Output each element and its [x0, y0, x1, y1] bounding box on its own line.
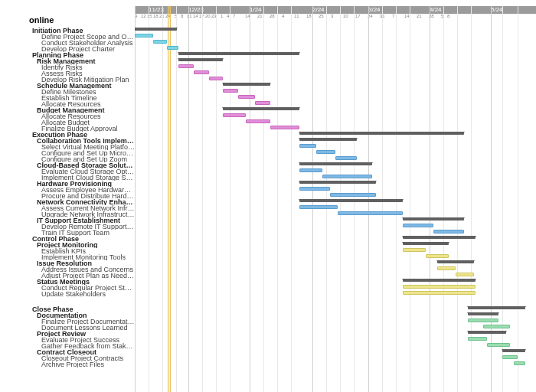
gantt-chart-area[interactable]: 11/2312/231/242/243/244/245/24 912151821… [135, 0, 536, 392]
task-row[interactable]: Identify Risks [41, 64, 135, 70]
task-bar[interactable] [322, 175, 372, 178]
task-row[interactable]: Develop Risk Mitigation Plan [41, 77, 135, 83]
task-bar[interactable] [514, 361, 525, 365]
group-row[interactable]: Schedule Management [37, 83, 135, 89]
summary-bar[interactable] [468, 331, 506, 334]
summary-bar[interactable] [468, 306, 525, 309]
group-row[interactable]: Contract Closeout [37, 349, 135, 355]
task-row[interactable]: Define Milestones [41, 89, 135, 95]
task-row[interactable]: Implement Monitoring Tools [41, 254, 135, 260]
task-bar[interactable] [456, 273, 474, 276]
summary-bar[interactable] [403, 217, 464, 220]
task-bar[interactable] [246, 119, 270, 123]
group-row[interactable]: Project Monitoring [37, 242, 135, 248]
task-row[interactable]: Gather Feedback from Stakeholders [41, 343, 135, 349]
task-row[interactable]: Adjust Project Plan as Needed [41, 273, 135, 279]
summary-bar[interactable] [135, 28, 177, 31]
task-bar[interactable] [223, 113, 246, 117]
task-row[interactable]: Allocate Budget [41, 119, 135, 126]
summary-bar[interactable] [403, 242, 449, 245]
task-row[interactable]: Develop Remote IT Support Proced... [41, 224, 135, 230]
task-bar[interactable] [153, 40, 167, 44]
phase-row[interactable]: Execution Phase [32, 132, 135, 138]
task-row[interactable]: Address Issues and Concerns [41, 266, 135, 273]
task-row[interactable]: Conduct Stakeholder Analysis [41, 40, 135, 46]
task-bar[interactable] [426, 254, 449, 258]
task-bar[interactable] [299, 205, 338, 209]
task-row[interactable]: Update Stakeholders [41, 291, 135, 297]
task-bar[interactable] [403, 291, 476, 295]
task-bar[interactable] [316, 150, 335, 154]
task-row[interactable]: Evaluate Cloud Storage Options [41, 168, 135, 175]
summary-bar[interactable] [299, 132, 464, 135]
task-row[interactable]: Train IT Support Team [41, 230, 135, 236]
task-bar[interactable] [468, 337, 487, 341]
group-row[interactable]: Risk Management [37, 58, 135, 64]
summary-bar[interactable] [299, 162, 372, 165]
phase-row[interactable]: Initiation Phase [32, 28, 135, 34]
task-bar[interactable] [194, 70, 209, 74]
group-row[interactable]: Budget Management [37, 107, 135, 113]
group-row[interactable]: Status Meetings [37, 279, 135, 285]
group-row[interactable]: Collaboration Tools Implementat... [37, 138, 135, 144]
task-bar[interactable] [403, 224, 433, 227]
task-bar[interactable] [437, 266, 456, 270]
task-row[interactable]: Allocate Resources [41, 101, 135, 107]
group-row[interactable]: IT Support Establishment [37, 217, 135, 224]
summary-bar[interactable] [403, 236, 476, 239]
task-row[interactable]: Establish KPIs [41, 248, 135, 254]
group-row[interactable]: Project Review [37, 331, 135, 337]
summary-bar[interactable] [437, 260, 474, 263]
summary-bar[interactable] [299, 181, 376, 184]
task-bar[interactable] [299, 168, 322, 172]
task-row[interactable]: Finalize Project Documentation [41, 318, 135, 325]
task-bar[interactable] [335, 156, 357, 160]
summary-bar[interactable] [468, 312, 498, 315]
task-row[interactable]: Select Virtual Meeting Platforms [41, 144, 135, 150]
group-row[interactable]: Cloud-Based Storage Solutions [37, 162, 135, 168]
task-row[interactable]: Define Project Scope and Objectives [41, 34, 135, 40]
group-row[interactable]: Hardware Provisioning [37, 181, 135, 187]
task-row[interactable]: Assess Current Network Infrastruct... [41, 205, 135, 211]
task-bar[interactable] [178, 64, 194, 68]
task-row[interactable]: Establish Timeline [41, 95, 135, 101]
task-bar[interactable] [238, 95, 255, 99]
task-bar[interactable] [338, 211, 403, 215]
summary-bar[interactable] [502, 349, 525, 352]
task-row[interactable]: Allocate Resources [41, 113, 135, 119]
task-bar[interactable] [330, 193, 376, 197]
task-bar[interactable] [487, 343, 510, 347]
task-row[interactable]: Finalize Budget Approval [41, 126, 135, 132]
phase-row[interactable]: Planning Phase [32, 52, 135, 58]
summary-bar[interactable] [223, 107, 299, 110]
task-bar[interactable] [135, 34, 153, 38]
task-bar[interactable] [502, 355, 518, 359]
task-row[interactable]: Develop Project Charter [41, 46, 135, 52]
summary-bar[interactable] [223, 83, 270, 86]
phase-row[interactable]: Control Phase [32, 236, 135, 242]
task-bar[interactable] [255, 101, 270, 105]
summary-bar[interactable] [178, 58, 223, 61]
task-row[interactable]: Configure and Set Up Microsoft Tea... [41, 150, 135, 156]
task-row[interactable]: Archive Project Files [41, 361, 135, 368]
task-bar[interactable] [433, 230, 464, 234]
task-bar[interactable] [167, 46, 178, 50]
task-row[interactable]: Assess Employee Hardware Needs [41, 187, 135, 193]
task-row[interactable]: Assess Risks [41, 70, 135, 77]
task-bar[interactable] [483, 325, 510, 328]
task-bar[interactable] [223, 89, 238, 93]
summary-bar[interactable] [178, 52, 299, 55]
summary-bar[interactable] [299, 138, 357, 141]
task-bar[interactable] [299, 187, 330, 191]
task-bar[interactable] [209, 77, 223, 80]
task-row[interactable]: Document Lessons Learned [41, 325, 135, 331]
group-row[interactable]: Network Connectivity Enhanceme... [37, 199, 135, 205]
task-bar[interactable] [468, 318, 498, 322]
task-row[interactable]: Implement Cloud Storage Solution [41, 175, 135, 181]
task-row[interactable]: Conduct Regular Project Status Me... [41, 285, 135, 291]
task-row[interactable]: Closeout Project Contracts [41, 355, 135, 361]
phase-row[interactable]: Close Phase [32, 306, 135, 312]
summary-bar[interactable] [403, 279, 476, 282]
group-row[interactable]: Documentation [37, 312, 135, 318]
summary-bar[interactable] [299, 199, 403, 202]
